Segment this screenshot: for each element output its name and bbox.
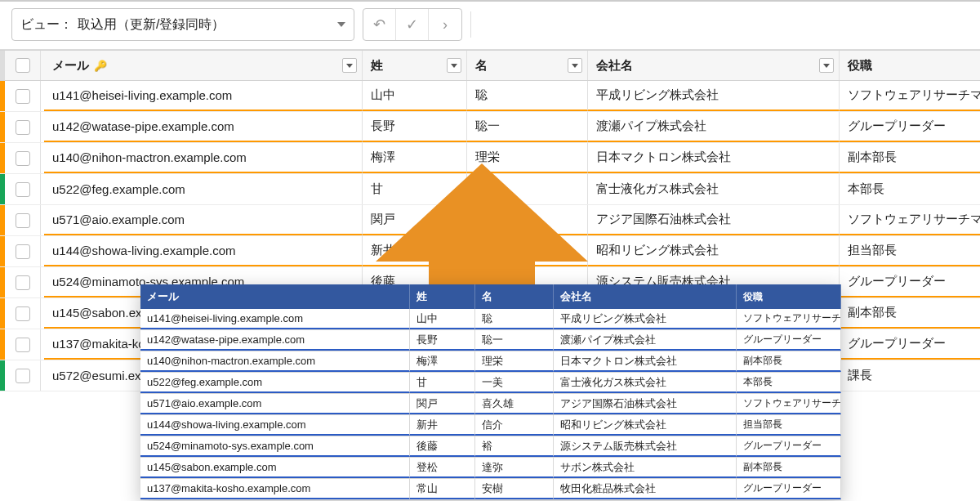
table-row[interactable]: u522@feg.example.com甘一美富士液化ガス株式会社本部長 [0,174,980,205]
ocell-company: 昭和リビング株式会社 [554,415,737,436]
table-row[interactable]: u140@nihon-mactron.example.com梅澤理栄日本マクトロ… [0,143,980,174]
cell-email[interactable]: u522@feg.example.com [44,174,363,204]
row-checkbox[interactable] [16,306,30,321]
cell-company[interactable]: 日本マクトロン株式会社 [588,143,840,173]
row-select-cell[interactable] [5,143,41,173]
column-header-email[interactable]: メール 🔑 [44,51,363,80]
ocell-first: 達弥 [475,458,554,478]
select-all-checkbox[interactable] [16,58,30,73]
confirm-button[interactable]: ✓ [396,9,429,40]
overlay-row: u140@nihon-mactron.example.com梅澤理栄日本マクトロ… [140,351,841,373]
select-all-cell[interactable] [5,51,41,80]
table-row[interactable]: u571@aio.example.com関戸喜久雄アジア国際石油株式会社ソフトウ… [0,205,980,236]
view-selector-label: ビュー： [20,16,73,34]
ocell-company: 富士液化ガス株式会社 [554,373,737,393]
cell-last[interactable]: 新井 [363,236,467,266]
cell-email[interactable]: u571@aio.example.com [44,205,363,235]
filter-button-company[interactable] [819,58,834,73]
cell-title[interactable]: グループリーダー [840,112,980,142]
overlay-row: u142@watase-pipe.example.com長野聡一渡瀬パイプ株式会… [140,330,841,351]
row-checkbox[interactable] [16,338,30,352]
undo-icon: ↶ [373,16,385,34]
cell-company[interactable]: 平成リビング株式会社 [588,81,840,111]
cell-title[interactable]: 副本部長 [840,298,980,329]
row-select-cell[interactable] [5,360,41,391]
column-header-company[interactable]: 会社名 [588,51,840,80]
cell-title[interactable]: ソフトウェアリサーチマネージャー [840,81,980,111]
cell-company[interactable]: 富士液化ガス株式会社 [588,174,840,204]
cell-email[interactable]: u141@heisei-living.example.com [44,81,363,111]
cell-title[interactable]: グループリーダー [840,267,980,297]
row-checkbox[interactable] [16,213,30,228]
ocell-last: 甘 [410,373,475,393]
ocell-company: 渡瀬パイプ株式会社 [554,330,737,351]
cell-last[interactable]: 関戸 [363,205,467,235]
column-header-first-name[interactable]: 名 [467,51,588,80]
filter-button-first[interactable] [568,58,582,73]
cell-first[interactable]: 理栄 [467,143,588,173]
cell-first[interactable]: 一美 [467,174,588,204]
row-select-cell[interactable] [5,329,41,360]
cell-last[interactable]: 長野 [363,112,467,142]
ocell-company: 平成リビング株式会社 [554,309,737,329]
row-select-cell[interactable] [5,81,41,111]
cell-title[interactable]: 課長 [840,360,980,391]
row-select-cell[interactable] [5,205,41,235]
row-select-cell[interactable] [5,267,41,297]
key-icon: 🔑 [94,60,107,72]
row-select-cell[interactable] [5,112,41,142]
overlay-row: u137@makita-kosho.example.com常山安樹牧田化粧品株式… [140,479,841,500]
view-selector-value: 取込用（更新/登録同時） [78,16,225,34]
cell-title[interactable]: ソフトウェアリサーチマネージャー [840,205,980,235]
cell-title[interactable]: 担当部長 [840,236,980,266]
cell-email[interactable]: u142@watase-pipe.example.com [44,112,363,142]
cell-email[interactable]: u144@showa-living.example.com [44,236,363,266]
filter-button-last[interactable] [447,58,461,73]
ocell-company: サボン株式会社 [554,458,737,478]
row-select-cell[interactable] [5,298,41,329]
cell-last[interactable]: 山中 [363,81,467,111]
table-row[interactable]: u142@watase-pipe.example.com長野聡一渡瀬パイプ株式会… [0,112,980,143]
row-select-cell[interactable] [5,174,41,204]
chevron-down-icon [451,64,457,68]
row-select-cell[interactable] [5,236,41,266]
cell-first[interactable]: 喜久雄 [467,205,588,235]
cell-first[interactable]: 信介 [467,236,588,266]
ocell-first: 聡一 [475,330,554,351]
next-button[interactable]: › [429,9,461,40]
ocell-first: 安樹 [475,479,554,499]
cell-last[interactable]: 梅澤 [363,143,467,173]
overlay-row: u524@minamoto-sys.example.com後藤裕源システム販売株… [140,436,841,458]
cell-company[interactable]: 渡瀬パイプ株式会社 [588,112,840,142]
ocell-title: 担当部長 [737,415,841,436]
ocell-email: u137@makita-kosho.example.com [140,479,410,499]
cell-title[interactable]: 本部長 [840,174,980,204]
cell-title[interactable]: グループリーダー [840,329,980,360]
row-checkbox[interactable] [16,369,30,383]
cell-first[interactable]: 聡 [467,81,588,111]
view-selector[interactable]: ビュー： 取込用（更新/登録同時） [11,8,354,41]
row-checkbox[interactable] [16,275,30,290]
table-row[interactable]: u141@heisei-living.example.com山中聡平成リビング株… [0,81,980,112]
cell-first[interactable]: 聡一 [467,112,588,142]
ocell-title: グループリーダー [737,330,841,351]
cell-title[interactable]: 副本部長 [840,143,980,173]
ocell-last: 新井 [410,415,475,436]
cell-company[interactable]: アジア国際石油株式会社 [588,205,840,235]
filter-button-email[interactable] [342,58,357,73]
table-row[interactable]: u144@showa-living.example.com新井信介昭和リビング株… [0,236,980,267]
ocell-first: 裕 [475,436,554,457]
chevron-down-icon [337,22,345,27]
cell-last[interactable]: 甘 [363,174,467,204]
cell-company[interactable]: 昭和リビング株式会社 [588,236,840,266]
cell-email[interactable]: u140@nihon-mactron.example.com [44,143,363,173]
row-checkbox[interactable] [16,151,30,166]
column-header-last-name[interactable]: 姓 [363,51,467,80]
undo-button[interactable]: ↶ [363,9,396,40]
row-checkbox[interactable] [16,89,30,104]
row-checkbox[interactable] [16,182,30,197]
row-checkbox[interactable] [16,244,30,259]
column-header-title[interactable]: 役職 [840,51,980,80]
row-checkbox[interactable] [16,120,30,135]
ocell-company: 日本マクトロン株式会社 [554,351,737,372]
